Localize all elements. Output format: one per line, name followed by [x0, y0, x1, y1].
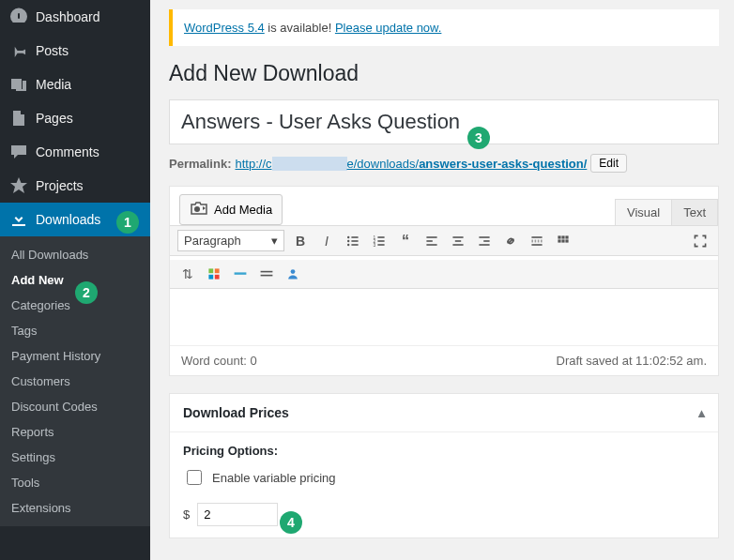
svg-rect-30 [565, 239, 568, 242]
svg-point-38 [291, 269, 296, 274]
editor-toolbar-row2: ⇅ [170, 260, 718, 289]
hr-style2-button[interactable] [256, 264, 277, 284]
submenu-settings[interactable]: Settings [0, 445, 150, 470]
permalink-label: Permalink: [169, 157, 231, 171]
variable-pricing-checkbox[interactable] [187, 470, 202, 485]
add-media-button[interactable]: Add Media [179, 194, 283, 225]
star-icon [9, 176, 28, 195]
svg-rect-27 [565, 235, 568, 238]
sidebar-label: Media [36, 77, 71, 92]
editor-status-bar: Word count: 0 Draft saved at 11:02:52 am… [170, 345, 718, 375]
svg-rect-32 [215, 268, 220, 273]
permalink-mid: e/downloads/ [347, 157, 420, 171]
submenu-reports[interactable]: Reports [0, 419, 150, 445]
svg-point-1 [347, 235, 349, 237]
comment-icon [9, 143, 28, 161]
editor-panel: Add Media Visual Text Paragraph▾ B I 123… [169, 186, 719, 376]
svg-rect-36 [261, 271, 273, 273]
fullscreen-button[interactable] [690, 231, 711, 251]
permalink-redacted [272, 157, 347, 171]
tab-visual[interactable]: Visual [615, 199, 672, 225]
ol-button[interactable]: 123 [369, 231, 390, 251]
sidebar-label: Pages [36, 111, 73, 126]
step-badge-1: 1 [116, 211, 139, 234]
sidebar-item-projects[interactable]: Projects [0, 169, 150, 203]
camera-icon [190, 199, 208, 220]
format-label: Paragraph [184, 234, 241, 248]
tab-text[interactable]: Text [672, 199, 718, 225]
edit-slug-button[interactable]: Edit [590, 154, 627, 173]
svg-rect-24 [531, 244, 542, 246]
svg-rect-20 [483, 240, 489, 242]
svg-point-5 [347, 243, 349, 245]
svg-rect-22 [531, 236, 542, 238]
step-badge-2: 2 [75, 281, 98, 304]
gauge-icon [9, 8, 28, 26]
pricing-options-label: Pricing Options: [183, 444, 705, 458]
sidebar-label: Downloads [36, 212, 100, 227]
svg-rect-35 [235, 272, 247, 274]
svg-rect-31 [208, 268, 213, 273]
user-icon-button[interactable] [283, 264, 303, 284]
variable-pricing-label: Enable variable pricing [212, 471, 336, 485]
sort-button[interactable]: ⇅ [177, 264, 198, 284]
permalink-slug: answers-user-asks-question/ [419, 157, 587, 171]
align-right-button[interactable] [474, 231, 495, 251]
panel-toggle-icon[interactable]: ▴ [698, 405, 705, 420]
svg-rect-18 [452, 244, 463, 246]
submenu-all-downloads[interactable]: All Downloads [0, 242, 150, 267]
update-notice: WordPress 5.4 is available! Please updat… [169, 9, 719, 46]
permalink-row: Permalink: http://ce/downloads/answers-u… [169, 154, 719, 173]
permalink-link[interactable]: http://ce/downloads/answers-user-asks-qu… [235, 157, 587, 171]
sidebar-item-comments[interactable]: Comments [0, 135, 150, 169]
align-left-button[interactable] [421, 231, 442, 251]
submenu-tags[interactable]: Tags [0, 318, 150, 343]
submenu-tools[interactable]: Tools [0, 470, 150, 495]
svg-rect-4 [351, 240, 358, 242]
wp-version-link[interactable]: WordPress 5.4 [184, 21, 265, 35]
main-content: WordPress 5.4 is available! Please updat… [150, 0, 734, 560]
bold-button[interactable]: B [290, 231, 311, 251]
media-icon [9, 75, 28, 94]
submenu-payment-history[interactable]: Payment History [0, 343, 150, 369]
svg-point-3 [347, 239, 349, 241]
svg-rect-26 [561, 235, 564, 238]
submenu-discount-codes[interactable]: Discount Codes [0, 394, 150, 419]
page-icon [9, 109, 28, 128]
submenu-customers[interactable]: Customers [0, 369, 150, 394]
svg-text:3: 3 [374, 242, 376, 247]
ul-button[interactable] [343, 231, 363, 251]
svg-rect-21 [479, 244, 489, 246]
readmore-button[interactable] [527, 231, 547, 251]
editor-textarea[interactable] [170, 289, 718, 345]
grid-color-button[interactable] [204, 264, 224, 284]
hr-style1-button[interactable] [230, 264, 251, 284]
sidebar-item-dashboard[interactable]: Dashboard [0, 0, 150, 34]
notice-text: is available! [265, 21, 335, 35]
svg-point-0 [194, 206, 200, 212]
sidebar-item-media[interactable]: Media [0, 68, 150, 101]
downloads-submenu: All Downloads Add New Categories Tags Pa… [0, 236, 150, 526]
step-badge-3: 3 [467, 127, 490, 149]
align-center-button[interactable] [448, 231, 468, 251]
price-input[interactable] [197, 503, 278, 526]
link-button[interactable] [500, 231, 521, 251]
draft-status: Draft saved at 11:02:52 am. [557, 354, 707, 368]
currency-symbol: $ [183, 507, 190, 522]
quote-button[interactable]: “ [395, 231, 416, 251]
format-select[interactable]: Paragraph▾ [177, 230, 284, 251]
page-heading: Add New Download [169, 61, 719, 86]
sidebar-item-posts[interactable]: Posts [0, 34, 150, 68]
svg-rect-34 [215, 275, 220, 280]
italic-button[interactable]: I [316, 231, 337, 251]
add-media-label: Add Media [214, 203, 272, 217]
sidebar-item-pages[interactable]: Pages [0, 101, 150, 135]
update-now-link[interactable]: Please update now. [335, 21, 441, 35]
toolbar-toggle-button[interactable] [553, 231, 573, 251]
svg-rect-15 [426, 244, 436, 246]
submenu-extensions[interactable]: Extensions [0, 495, 150, 521]
chevron-down-icon: ▾ [271, 234, 278, 248]
pin-icon [9, 41, 28, 60]
svg-rect-12 [377, 244, 384, 246]
post-title-input[interactable] [169, 99, 719, 144]
